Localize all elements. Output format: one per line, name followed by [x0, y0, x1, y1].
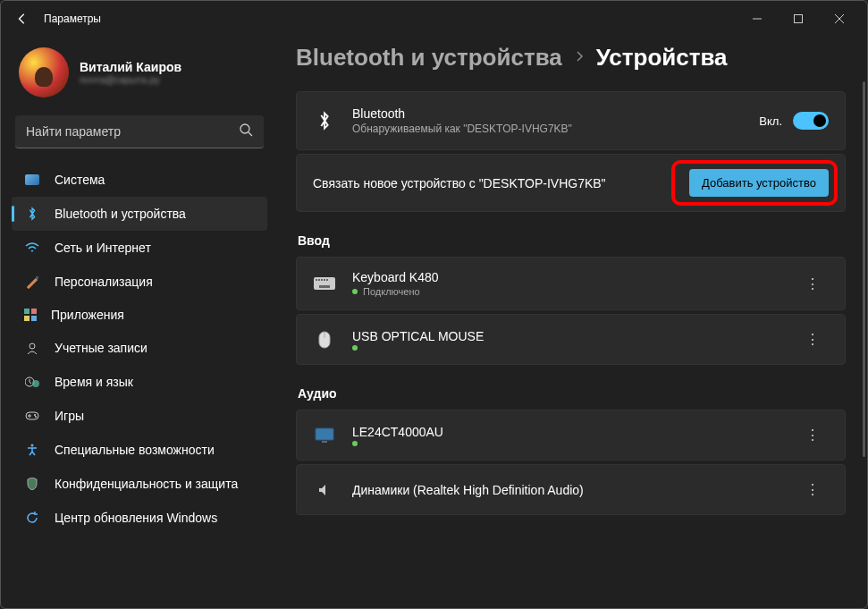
more-button[interactable]: ⋮ [798, 272, 829, 296]
user-name: Виталий Каиров [80, 60, 181, 74]
mouse-icon [313, 328, 336, 351]
svg-line-14 [29, 382, 31, 384]
sidebar-item-update[interactable]: Центр обновления Windows [12, 501, 267, 535]
svg-rect-26 [324, 279, 325, 281]
wifi-icon [24, 240, 40, 256]
bluetooth-card: Bluetooth Обнаруживаемый как "DESKTOP-IV… [296, 91, 846, 150]
svg-rect-28 [319, 285, 330, 288]
svg-rect-32 [322, 441, 327, 443]
privacy-icon [24, 476, 40, 492]
breadcrumb-current: Устройства [596, 44, 728, 72]
svg-line-5 [249, 132, 252, 136]
more-button[interactable]: ⋮ [798, 478, 829, 502]
svg-rect-1 [795, 15, 803, 23]
minimize-button[interactable] [737, 4, 778, 33]
status-dot-icon [352, 345, 358, 351]
sidebar-item-accounts[interactable]: Учетные записи [12, 331, 267, 365]
nav-list: Система Bluetooth и устройства Сеть и Ин… [12, 163, 267, 535]
bluetooth-toggle[interactable] [793, 112, 829, 130]
pair-device-text: Связать новое устройство с "DESKTOP-IVHG… [313, 176, 689, 190]
sidebar-item-personalization[interactable]: Персонализация [12, 265, 267, 299]
personalization-icon [24, 274, 40, 290]
bluetooth-subtitle: Обнаруживаемый как "DESKTOP-IVHG7KB" [352, 123, 759, 135]
scrollbar[interactable] [863, 81, 865, 457]
svg-rect-9 [24, 316, 29, 321]
main-content: Bluetooth и устройства Устройства Blueto… [278, 37, 867, 608]
pair-device-card: Связать новое устройство с "DESKTOP-IVHG… [296, 154, 846, 212]
sidebar-item-network[interactable]: Сеть и Интернет [12, 231, 267, 265]
search-box[interactable] [15, 115, 264, 148]
more-button[interactable]: ⋮ [798, 327, 829, 351]
accounts-icon [24, 340, 40, 356]
chevron-right-icon [575, 50, 584, 66]
app-title: Параметры [44, 13, 101, 25]
time-language-icon [24, 374, 40, 390]
svg-rect-25 [321, 279, 323, 281]
sidebar-item-system[interactable]: Система [12, 163, 267, 197]
svg-rect-31 [316, 428, 333, 440]
sidebar-item-time-language[interactable]: Время и язык [12, 365, 267, 399]
status-dot-icon [352, 441, 358, 446]
avatar [19, 47, 69, 97]
svg-point-15 [32, 380, 39, 387]
device-display[interactable]: LE24CT4000AU ⋮ [296, 410, 846, 461]
update-icon [24, 510, 40, 526]
user-email: почта@скрыта.ру [80, 74, 181, 85]
breadcrumb-parent[interactable]: Bluetooth и устройства [296, 44, 562, 72]
section-title-audio: Аудио [298, 386, 846, 401]
svg-rect-23 [316, 279, 317, 281]
accessibility-icon [24, 442, 40, 458]
device-mouse[interactable]: USB OPTICAL MOUSE ⋮ [296, 314, 846, 365]
svg-rect-8 [31, 309, 37, 314]
bluetooth-icon [24, 206, 40, 222]
back-button[interactable] [8, 4, 37, 33]
bluetooth-icon [313, 109, 336, 132]
device-keyboard[interactable]: Keyboard K480 Подключено ⋮ [296, 257, 846, 310]
sidebar: Виталий Каиров почта@скрыта.ру Система B… [1, 37, 278, 608]
keyboard-icon [313, 272, 336, 295]
maximize-button[interactable] [778, 4, 819, 33]
gaming-icon [24, 408, 40, 424]
svg-point-11 [29, 343, 35, 349]
svg-point-21 [31, 444, 34, 447]
sidebar-item-privacy[interactable]: Конфиденциальность и защита [12, 467, 267, 501]
add-device-button[interactable]: Добавить устройство [689, 169, 829, 197]
user-profile[interactable]: Виталий Каиров почта@скрыта.ру [12, 37, 267, 112]
status-dot-icon [352, 289, 358, 294]
speaker-icon [313, 478, 336, 502]
system-icon [24, 172, 40, 188]
section-title-input: Ввод [298, 233, 846, 248]
svg-rect-7 [24, 309, 29, 314]
window-controls [737, 4, 860, 33]
svg-rect-10 [31, 316, 37, 321]
bluetooth-title: Bluetooth [352, 106, 759, 121]
apps-icon [24, 309, 37, 321]
sidebar-item-gaming[interactable]: Игры [12, 399, 267, 433]
svg-rect-24 [318, 279, 320, 281]
sidebar-item-accessibility[interactable]: Специальные возможности [12, 433, 267, 467]
breadcrumb: Bluetooth и устройства Устройства [296, 44, 846, 72]
svg-rect-6 [36, 276, 38, 279]
svg-point-20 [35, 416, 37, 418]
display-icon [313, 424, 336, 447]
search-input[interactable] [26, 124, 239, 139]
svg-point-4 [240, 124, 249, 133]
svg-point-19 [34, 414, 36, 416]
sidebar-item-apps[interactable]: Приложения [12, 299, 267, 331]
search-icon [239, 123, 253, 140]
device-speakers[interactable]: Динамики (Realtek High Definition Audio)… [296, 464, 846, 515]
close-button[interactable] [819, 4, 860, 33]
more-button[interactable]: ⋮ [798, 423, 829, 447]
svg-rect-27 [326, 279, 328, 281]
sidebar-item-bluetooth[interactable]: Bluetooth и устройства [12, 197, 267, 231]
toggle-label: Вкл. [759, 114, 782, 128]
titlebar: Параметры [1, 1, 867, 37]
